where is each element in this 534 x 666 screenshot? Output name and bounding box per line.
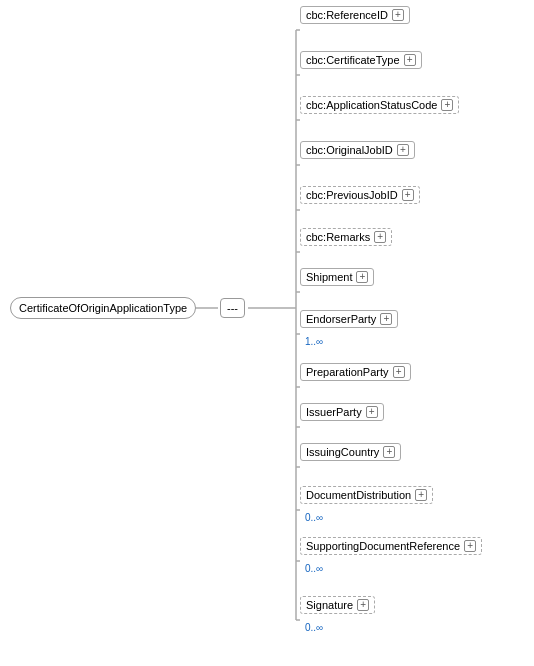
child-node-referenceid[interactable]: cbc:ReferenceID+ [300,6,410,24]
expand-icon-preparationparty[interactable]: + [393,366,405,378]
child-label-remarks: cbc:Remarks [306,231,370,243]
expand-icon-previousjobid[interactable]: + [402,189,414,201]
cardinality-supportingdocumentreference: 0..∞ [305,563,323,574]
expand-icon-documentdistribution[interactable]: + [415,489,427,501]
child-node-issuingcountry[interactable]: IssuingCountry+ [300,443,401,461]
expand-icon-certificatetype[interactable]: + [404,54,416,66]
expand-icon-referenceid[interactable]: + [392,9,404,21]
cardinality-endorserparty: 1..∞ [305,336,323,347]
root-node[interactable]: CertificateOfOriginApplicationType [10,297,196,319]
child-label-endorserparty: EndorserParty [306,313,376,325]
child-label-previousjobid: cbc:PreviousJobID [306,189,398,201]
expand-icon-issuerparty[interactable]: + [366,406,378,418]
expand-icon-applicationstatuscode[interactable]: + [441,99,453,111]
expand-icon-originaljobid[interactable]: + [397,144,409,156]
child-label-originaljobid: cbc:OriginalJobID [306,144,393,156]
child-node-remarks[interactable]: cbc:Remarks+ [300,228,392,246]
cardinality-documentdistribution: 0..∞ [305,512,323,523]
child-label-issuingcountry: IssuingCountry [306,446,379,458]
child-label-documentdistribution: DocumentDistribution [306,489,411,501]
expand-icon-issuingcountry[interactable]: + [383,446,395,458]
child-node-originaljobid[interactable]: cbc:OriginalJobID+ [300,141,415,159]
child-label-issuerparty: IssuerParty [306,406,362,418]
child-label-preparationparty: PreparationParty [306,366,389,378]
child-node-signature[interactable]: Signature+ [300,596,375,614]
diagram: CertificateOfOriginApplicationType --- c… [0,0,534,666]
child-node-shipment[interactable]: Shipment+ [300,268,374,286]
child-node-previousjobid[interactable]: cbc:PreviousJobID+ [300,186,420,204]
child-label-applicationstatuscode: cbc:ApplicationStatusCode [306,99,437,111]
expand-icon-remarks[interactable]: + [374,231,386,243]
child-label-signature: Signature [306,599,353,611]
child-label-supportingdocumentreference: SupportingDocumentReference [306,540,460,552]
child-node-supportingdocumentreference[interactable]: SupportingDocumentReference+ [300,537,482,555]
compositor-box: --- [220,298,245,318]
child-label-certificatetype: cbc:CertificateType [306,54,400,66]
child-node-endorserparty[interactable]: EndorserParty+ [300,310,398,328]
child-label-referenceid: cbc:ReferenceID [306,9,388,21]
child-label-shipment: Shipment [306,271,352,283]
child-node-issuerparty[interactable]: IssuerParty+ [300,403,384,421]
child-node-preparationparty[interactable]: PreparationParty+ [300,363,411,381]
child-node-certificatetype[interactable]: cbc:CertificateType+ [300,51,422,69]
expand-icon-shipment[interactable]: + [356,271,368,283]
expand-icon-signature[interactable]: + [357,599,369,611]
cardinality-signature: 0..∞ [305,622,323,633]
child-node-documentdistribution[interactable]: DocumentDistribution+ [300,486,433,504]
expand-icon-endorserparty[interactable]: + [380,313,392,325]
child-node-applicationstatuscode[interactable]: cbc:ApplicationStatusCode+ [300,96,459,114]
expand-icon-supportingdocumentreference[interactable]: + [464,540,476,552]
